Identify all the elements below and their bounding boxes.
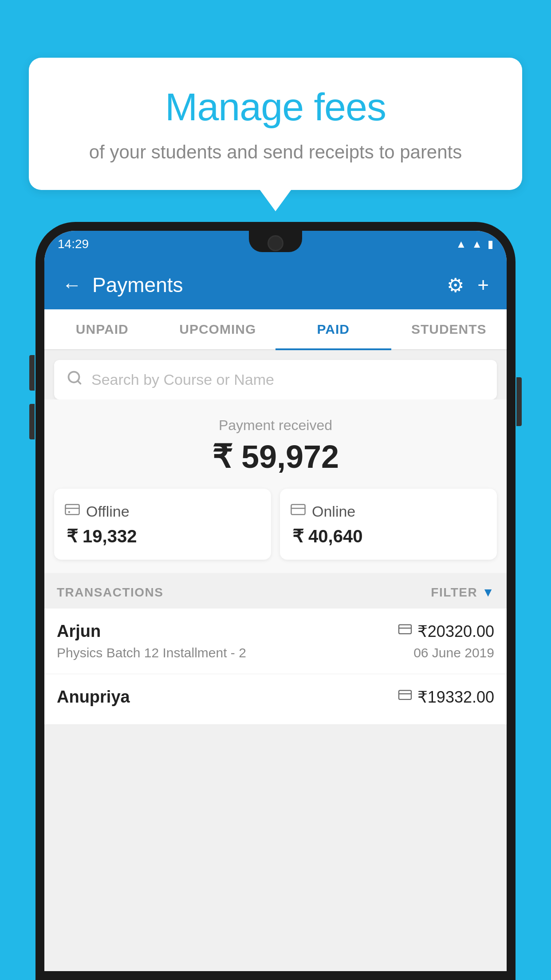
filter-label: FILTER [431, 585, 477, 600]
svg-line-1 [78, 381, 81, 384]
transaction-amount-2: ₹19332.00 [417, 688, 494, 707]
payment-summary: Payment received ₹ 59,972 [44, 399, 507, 573]
transaction-course: Physics Batch 12 Installment - 2 [57, 645, 246, 660]
speech-bubble-container: Manage fees of your students and send re… [29, 58, 522, 190]
signal-icon: ▲ [472, 238, 482, 250]
tab-paid[interactable]: PAID [276, 309, 391, 349]
front-camera [268, 235, 283, 251]
filter-button[interactable]: FILTER ▼ [431, 585, 494, 600]
online-payment-type-icon [398, 624, 412, 639]
phone-mockup: 14:29 ▲ ▲ ▮ ← Payments ⚙ + [35, 222, 516, 980]
offline-payment-icon [65, 502, 80, 521]
table-row[interactable]: Anupriya ₹19332. [44, 674, 507, 725]
offline-label: Offline [86, 503, 130, 520]
payment-cards: Offline ₹ 19,332 [54, 489, 497, 560]
transaction-amount-container: ₹20320.00 [398, 622, 494, 641]
transaction-name-2: Anupriya [57, 688, 130, 707]
tab-unpaid[interactable]: UNPAID [44, 309, 160, 349]
svg-rect-5 [291, 505, 305, 515]
online-payment-icon [291, 502, 306, 521]
tab-upcoming[interactable]: UPCOMING [160, 309, 276, 349]
search-input[interactable]: Search by Course or Name [91, 371, 274, 388]
page-title: Payments [92, 273, 183, 297]
online-payment-card: Online ₹ 40,640 [280, 489, 497, 560]
svg-rect-7 [399, 625, 411, 634]
table-row[interactable]: Arjun ₹20320.00 [44, 609, 507, 674]
transaction-date: 06 June 2019 [413, 645, 494, 660]
phone-outer: 14:29 ▲ ▲ ▮ ← Payments ⚙ + [35, 222, 516, 980]
online-card-header: Online [291, 502, 355, 521]
volume-up-button [29, 355, 35, 391]
app-bar-right: ⚙ + [447, 274, 489, 296]
app-bar-left: ← Payments [62, 273, 183, 297]
speech-bubble: Manage fees of your students and send re… [29, 58, 522, 190]
transactions-label: TRANSACTIONS [57, 585, 163, 600]
tabs-container: UNPAID UPCOMING PAID STUDENTS [44, 309, 507, 350]
volume-down-button [29, 404, 35, 439]
offline-payment-type-icon [398, 689, 412, 705]
back-button[interactable]: ← [62, 274, 82, 296]
content-area: Search by Course or Name Payment receive… [44, 350, 507, 971]
phone-screen: ← Payments ⚙ + UNPAID UPCOMING [44, 231, 507, 971]
transaction-row2: Physics Batch 12 Installment - 2 06 June… [57, 645, 494, 660]
transaction-row1-2: Anupriya ₹19332. [57, 688, 494, 707]
offline-amount: ₹ 19,332 [65, 526, 137, 546]
tab-students[interactable]: STUDENTS [391, 309, 507, 349]
online-amount: ₹ 40,640 [291, 526, 362, 546]
transaction-row1: Arjun ₹20320.00 [57, 622, 494, 641]
search-bar[interactable]: Search by Course or Name [54, 360, 497, 399]
transaction-amount-container-2: ₹19332.00 [398, 688, 494, 707]
battery-icon: ▮ [488, 238, 493, 250]
power-button [516, 377, 522, 426]
svg-rect-2 [65, 505, 79, 515]
offline-payment-card: Offline ₹ 19,332 [54, 489, 271, 560]
wifi-icon: ▲ [456, 238, 466, 250]
transactions-header: TRANSACTIONS FILTER ▼ [44, 573, 507, 609]
transaction-name: Arjun [57, 622, 101, 641]
status-icons: ▲ ▲ ▮ [456, 238, 493, 250]
svg-rect-9 [399, 691, 411, 699]
settings-button[interactable]: ⚙ [447, 274, 464, 296]
status-time: 14:29 [58, 237, 89, 251]
search-icon [67, 370, 83, 390]
transactions-list: Arjun ₹20320.00 [44, 609, 507, 725]
manage-fees-subtitle: of your students and send receipts to pa… [51, 139, 500, 166]
add-button[interactable]: + [477, 274, 489, 296]
transaction-amount: ₹20320.00 [417, 622, 494, 641]
total-payment-amount: ₹ 59,972 [54, 438, 497, 475]
manage-fees-title: Manage fees [51, 84, 500, 130]
offline-card-header: Offline [65, 502, 130, 521]
payment-received-label: Payment received [54, 417, 497, 434]
online-label: Online [312, 503, 355, 520]
filter-icon: ▼ [482, 585, 494, 600]
